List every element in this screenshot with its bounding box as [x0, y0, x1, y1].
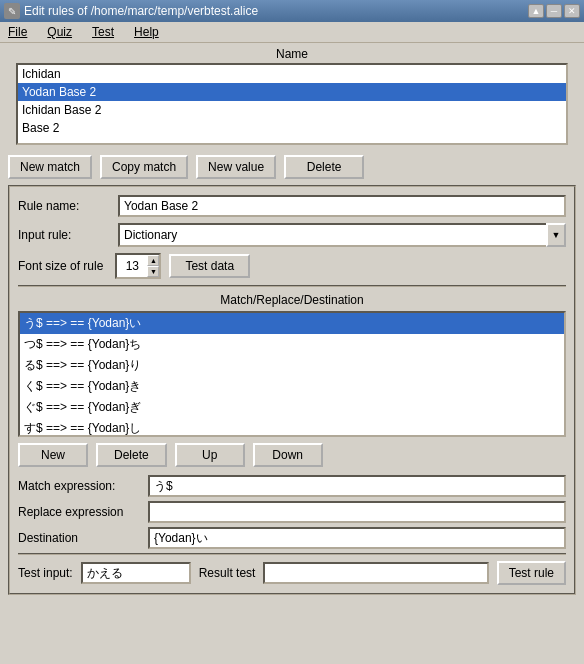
window-title: Edit rules of /home/marc/temp/verbtest.a… — [24, 4, 258, 18]
test-input-field[interactable] — [81, 562, 191, 584]
match-item-4[interactable]: ぐ$ ==> == {Yodan}ぎ — [20, 397, 564, 418]
destination-input[interactable] — [148, 527, 566, 549]
match-item-5[interactable]: す$ ==> == {Yodan}し — [20, 418, 564, 437]
new-value-button[interactable]: New value — [196, 155, 276, 179]
destination-label: Destination — [18, 531, 148, 545]
menu-bar: File Quiz Test Help — [0, 22, 584, 43]
match-item-3[interactable]: く$ ==> == {Yodan}き — [20, 376, 564, 397]
new-btn[interactable]: New — [18, 443, 88, 467]
new-match-button[interactable]: New match — [8, 155, 92, 179]
input-rule-select[interactable]: Dictionary Hiragana Katakana Romaji — [118, 223, 548, 247]
match-section-label: Match/Replace/Destination — [18, 293, 566, 307]
separator — [18, 285, 566, 287]
font-size-input[interactable] — [117, 255, 147, 277]
menu-help[interactable]: Help — [130, 24, 163, 40]
menu-quiz[interactable]: Quiz — [43, 24, 76, 40]
test-row: Test input: Result test Test rule — [18, 553, 566, 585]
list-item-selected[interactable]: Yodan Base 2 — [18, 83, 566, 101]
dropdown-arrow-icon[interactable]: ▼ — [546, 223, 566, 247]
match-item-0[interactable]: う$ ==> == {Yodan}い — [20, 313, 564, 334]
match-expr-row: Match expression: — [18, 475, 566, 497]
up-btn[interactable]: Up — [175, 443, 245, 467]
result-input-field[interactable] — [263, 562, 488, 584]
delete-match-btn[interactable]: Delete — [96, 443, 167, 467]
match-item-2[interactable]: る$ ==> == {Yodan}り — [20, 355, 564, 376]
main-toolbar: New match Copy match New value Delete — [0, 149, 584, 185]
spinner-down-btn[interactable]: ▼ — [147, 266, 159, 277]
result-label: Result test — [199, 566, 256, 580]
replace-expr-input[interactable] — [148, 501, 566, 523]
test-data-button[interactable]: Test data — [169, 254, 250, 278]
minimize-btn[interactable]: ─ — [546, 4, 562, 18]
delete-button[interactable]: Delete — [284, 155, 364, 179]
list-item[interactable]: Base 2 — [18, 119, 566, 137]
match-list[interactable]: う$ ==> == {Yodan}い つ$ ==> == {Yodan}ち る$… — [18, 311, 566, 437]
match-item-1[interactable]: つ$ ==> == {Yodan}ち — [20, 334, 564, 355]
rule-name-row: Rule name: — [18, 195, 566, 217]
name-section: Name Ichidan Yodan Base 2 Ichidan Base 2… — [0, 43, 584, 149]
down-btn[interactable]: Down — [253, 443, 323, 467]
match-expr-input[interactable] — [148, 475, 566, 497]
copy-match-button[interactable]: Copy match — [100, 155, 188, 179]
spinner-up-btn[interactable]: ▲ — [147, 255, 159, 266]
menu-test[interactable]: Test — [88, 24, 118, 40]
list-item[interactable]: Ichidan Base 2 — [18, 101, 566, 119]
title-bar-buttons[interactable]: ▲ ─ ✕ — [528, 4, 580, 18]
menu-file[interactable]: File — [4, 24, 31, 40]
title-bar: ✎ Edit rules of /home/marc/temp/verbtest… — [0, 0, 584, 22]
close-btn[interactable]: ✕ — [564, 4, 580, 18]
name-label: Name — [8, 47, 576, 61]
replace-expr-row: Replace expression — [18, 501, 566, 523]
test-rule-button[interactable]: Test rule — [497, 561, 566, 585]
font-size-label: Font size of rule — [18, 259, 103, 273]
input-rule-dropdown-wrapper: Dictionary Hiragana Katakana Romaji ▼ — [118, 223, 566, 247]
list-item[interactable]: Ichidan — [18, 65, 566, 83]
rule-name-input[interactable] — [118, 195, 566, 217]
replace-expr-label: Replace expression — [18, 505, 148, 519]
destination-row: Destination — [18, 527, 566, 549]
spinner-buttons: ▲ ▼ — [147, 255, 159, 277]
input-rule-row: Input rule: Dictionary Hiragana Katakana… — [18, 223, 566, 247]
rules-list[interactable]: Ichidan Yodan Base 2 Ichidan Base 2 Base… — [16, 63, 568, 145]
match-toolbar: New Delete Up Down — [18, 443, 566, 467]
main-panel: Rule name: Input rule: Dictionary Hiraga… — [8, 185, 576, 595]
font-size-row: Font size of rule ▲ ▼ Test data — [18, 253, 566, 279]
rule-name-label: Rule name: — [18, 199, 118, 213]
scroll-up-btn[interactable]: ▲ — [528, 4, 544, 18]
app-icon: ✎ — [4, 3, 20, 19]
input-rule-label: Input rule: — [18, 228, 118, 242]
match-expr-label: Match expression: — [18, 479, 148, 493]
test-input-label: Test input: — [18, 566, 73, 580]
font-size-spinner[interactable]: ▲ ▼ — [115, 253, 161, 279]
